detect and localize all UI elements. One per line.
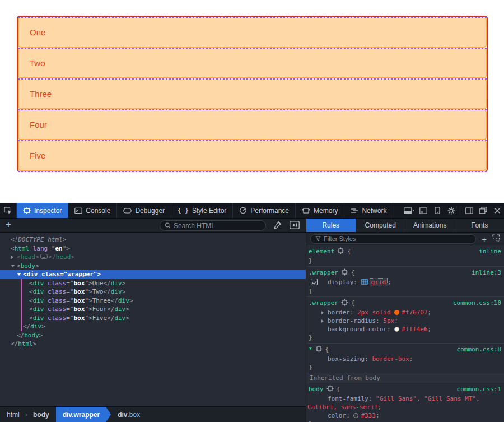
rules-toolbar: Filter Styles +	[306, 233, 504, 245]
declaration-name: display	[328, 279, 353, 286]
selector-highlighter-icon[interactable]	[341, 268, 348, 278]
grid-box: Four	[18, 109, 487, 140]
dock-position-button[interactable]	[402, 203, 416, 218]
tab-style-editor[interactable]: { } Style Editor	[171, 203, 233, 218]
responsive-mode-icon	[435, 207, 440, 214]
source-link[interactable]: common.css:1	[457, 385, 504, 393]
declaration-name: border	[328, 309, 350, 316]
close-devtools-button[interactable]	[490, 203, 504, 218]
css-rule: common.css:1body{font-family: "Gill Sans…	[306, 383, 504, 422]
source-link[interactable]: common.css:8	[457, 345, 504, 354]
sidebar-toggle-icon	[465, 207, 473, 214]
selector-highlighter-icon[interactable]	[315, 345, 323, 355]
rule-selector[interactable]: .wrapper	[309, 299, 338, 307]
grid-box: Five	[18, 140, 487, 171]
filter-placeholder: Filter Styles	[324, 235, 356, 242]
css-declaration[interactable]: display: grid;	[306, 278, 504, 287]
tab-debugger[interactable]: Debugger	[117, 203, 171, 218]
source-link[interactable]: inline	[479, 247, 504, 256]
color-swatch[interactable]	[394, 310, 399, 315]
breadcrumb-item-box[interactable]: div.box	[111, 407, 147, 422]
element-picker-button[interactable]	[0, 203, 17, 218]
markup-line[interactable]: </div>	[0, 322, 306, 331]
tab-performance[interactable]: Performance	[233, 203, 296, 218]
css-declaration[interactable]: box-sizing: border-box;	[306, 355, 504, 363]
markup-line[interactable]: </body>	[0, 331, 306, 340]
selector-highlighter-icon[interactable]	[341, 299, 348, 308]
add-rule-button[interactable]: +	[482, 235, 487, 243]
css-rule: inline:3.wrapper{display: grid;}	[306, 267, 504, 297]
markup-line[interactable]: <div class="box">Four</div>	[0, 305, 306, 314]
add-node-button[interactable]: +	[6, 219, 11, 230]
close-icon	[494, 207, 501, 214]
tab-label: Performance	[250, 207, 289, 215]
tab-memory[interactable]: Memory	[296, 203, 344, 218]
css-declaration[interactable]: font-family: "Gill Sans", "Gill Sans MT"…	[306, 395, 504, 411]
markup-line[interactable]: <html lang="en">	[0, 244, 306, 253]
css-declaration[interactable]: color: #333;	[306, 411, 504, 420]
expand-computed-icon[interactable]	[321, 319, 324, 323]
markup-line[interactable]: <div class="box">One</div>	[0, 279, 306, 288]
search-html-input[interactable]: Search HTML	[160, 220, 266, 231]
source-link[interactable]: common.css:10	[453, 299, 504, 307]
child-guide-line	[21, 279, 22, 331]
tab-rules[interactable]: Rules	[306, 219, 356, 232]
tab-fonts[interactable]: Fonts	[455, 219, 504, 232]
declaration-name: color	[328, 412, 346, 419]
markup-line[interactable]: <div class="box">Five</div>	[0, 314, 306, 323]
expand-arrow-icon[interactable]	[11, 265, 15, 267]
rule-selector[interactable]: element	[309, 248, 334, 255]
markup-line[interactable]: <div class="box">Three</div>	[0, 296, 306, 305]
settings-button[interactable]	[444, 203, 458, 218]
css-declaration[interactable]: border-radius: 5px;	[306, 317, 504, 325]
css-declaration[interactable]: background-color: #fff4e6;	[306, 325, 504, 333]
markup-line[interactable]: <div class="wrapper">	[0, 270, 306, 279]
breadcrumb-item-html[interactable]: html	[0, 407, 26, 422]
selector-highlighter-icon[interactable]	[337, 247, 344, 257]
tab-computed[interactable]: Computed	[356, 219, 406, 232]
markup-line[interactable]: <!DOCTYPE html>	[0, 235, 306, 244]
tab-label: Console	[86, 207, 110, 215]
tab-console[interactable]: Console	[68, 203, 117, 218]
sidebar-toggle-button[interactable]	[462, 203, 476, 218]
selector-highlighter-icon[interactable]	[326, 385, 334, 395]
element-picker-icon	[4, 207, 12, 214]
declaration-value[interactable]: grid	[370, 278, 388, 286]
source-link[interactable]: inline:3	[472, 268, 504, 277]
rule-selector[interactable]: .wrapper	[309, 269, 338, 276]
declaration-checkbox[interactable]	[311, 279, 318, 285]
markup-line[interactable]: <body>	[0, 262, 306, 271]
grid-highlighter-icon[interactable]	[361, 279, 368, 287]
color-swatch[interactable]	[353, 413, 358, 418]
tab-inspector[interactable]: Inspector	[17, 203, 68, 218]
breadcrumb-item-body[interactable]: body	[26, 407, 56, 422]
color-swatch[interactable]	[394, 327, 399, 332]
declaration-name: background-color	[328, 326, 387, 333]
breadcrumb-item-wrapper[interactable]: div.wrapper	[56, 407, 111, 422]
class-panel-button[interactable]	[492, 234, 500, 243]
rules-view: inlineelement{}inline:3.wrapper{display:…	[306, 245, 504, 422]
filter-styles-input[interactable]: Filter Styles	[310, 234, 476, 244]
declaration-value: 5px	[383, 317, 394, 324]
expand-computed-icon[interactable]	[321, 311, 324, 314]
inspector-icon	[23, 207, 31, 214]
css-declaration[interactable]: border: 2px solid #f76707;	[306, 308, 504, 317]
tab-network[interactable]: Network	[344, 203, 393, 218]
class-panel-icon	[492, 234, 500, 242]
eyedropper-button[interactable]	[273, 221, 282, 231]
markup-line[interactable]: </html>	[0, 340, 306, 349]
rule-selector[interactable]: body	[309, 386, 324, 393]
rule-selector[interactable]: *	[309, 346, 312, 353]
markup-line[interactable]: <div class="box">Two</div>	[0, 287, 306, 296]
separate-window-button[interactable]	[476, 203, 490, 218]
markup-line[interactable]: <head>…</head>	[0, 253, 306, 262]
ellipsis-badge[interactable]: …	[40, 254, 48, 259]
expand-arrow-icon[interactable]	[17, 273, 21, 276]
toolbar-divider	[460, 206, 460, 215]
breadcrumb-class: .box	[128, 411, 141, 419]
responsive-mode-button[interactable]	[430, 203, 444, 218]
frame-play-button[interactable]	[290, 221, 300, 231]
split-console-button[interactable]	[416, 203, 430, 218]
tab-animations[interactable]: Animations	[405, 219, 455, 232]
expand-arrow-icon[interactable]	[11, 255, 13, 259]
